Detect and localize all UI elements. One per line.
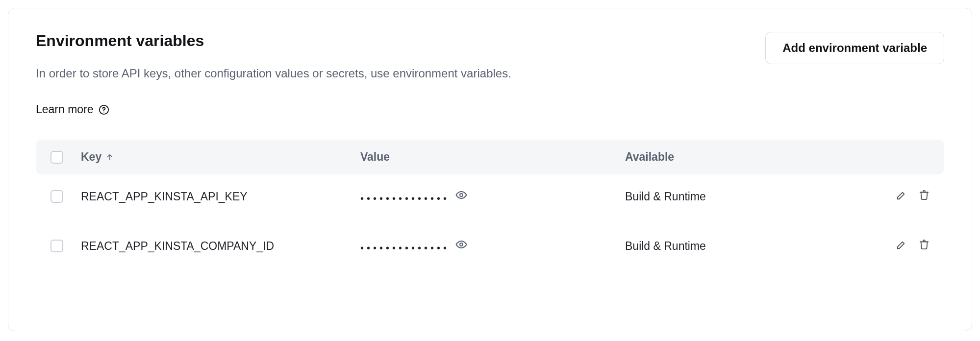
delete-button[interactable] <box>919 190 930 203</box>
env-var-available: Build & Runtime <box>625 190 706 203</box>
row-select-checkbox[interactable] <box>50 190 63 203</box>
eye-icon <box>455 189 467 204</box>
learn-more-link[interactable]: Learn more <box>36 103 109 116</box>
learn-more-label: Learn more <box>36 103 94 116</box>
edit-button[interactable] <box>896 190 907 203</box>
help-circle-icon <box>99 104 109 115</box>
section-description: In order to store API keys, other config… <box>36 64 526 82</box>
pencil-icon <box>896 239 907 253</box>
pencil-icon <box>896 190 907 203</box>
reveal-value-button[interactable] <box>455 239 467 253</box>
env-var-available: Build & Runtime <box>625 240 706 253</box>
header-key[interactable]: Key <box>81 150 360 164</box>
svg-point-3 <box>460 194 463 196</box>
reveal-value-button[interactable] <box>455 189 467 204</box>
arrow-up-icon <box>105 153 114 162</box>
header-key-label: Key <box>81 150 101 164</box>
select-all-checkbox[interactable] <box>50 151 63 164</box>
header-value-label: Value <box>360 150 390 164</box>
section-header-left: Environment variables <box>36 32 204 62</box>
row-select-checkbox[interactable] <box>50 240 63 252</box>
section-title: Environment variables <box>36 32 204 50</box>
env-vars-table: Key Value Available <box>36 140 944 268</box>
add-environment-variable-button[interactable]: Add environment variable <box>765 32 944 64</box>
svg-point-1 <box>103 111 104 112</box>
trash-icon <box>919 239 930 253</box>
header-value: Value <box>360 150 625 164</box>
env-var-key: REACT_APP_KINSTA_API_KEY <box>81 190 248 203</box>
header-select-all <box>50 151 81 164</box>
table-row: REACT_APP_KINSTA_API_KEY •••••••••••••• <box>36 174 944 219</box>
edit-button[interactable] <box>896 239 907 253</box>
env-vars-table-header: Key Value Available <box>36 140 944 174</box>
trash-icon <box>919 190 930 203</box>
env-var-value-masked: •••••••••••••• <box>360 194 450 203</box>
section-header-row: Environment variables Add environment va… <box>36 32 944 64</box>
header-available-label: Available <box>625 150 674 164</box>
table-row: REACT_APP_KINSTA_COMPANY_ID ••••••••••••… <box>36 223 944 268</box>
env-var-value-masked: •••••••••••••• <box>360 243 450 253</box>
environment-variables-card: Environment variables Add environment va… <box>8 8 972 331</box>
header-available: Available <box>625 150 876 164</box>
env-var-key: REACT_APP_KINSTA_COMPANY_ID <box>81 240 274 253</box>
eye-icon <box>455 239 467 253</box>
environment-variables-panel: Environment variables Add environment va… <box>0 0 980 341</box>
svg-point-4 <box>460 243 463 246</box>
delete-button[interactable] <box>919 239 930 253</box>
